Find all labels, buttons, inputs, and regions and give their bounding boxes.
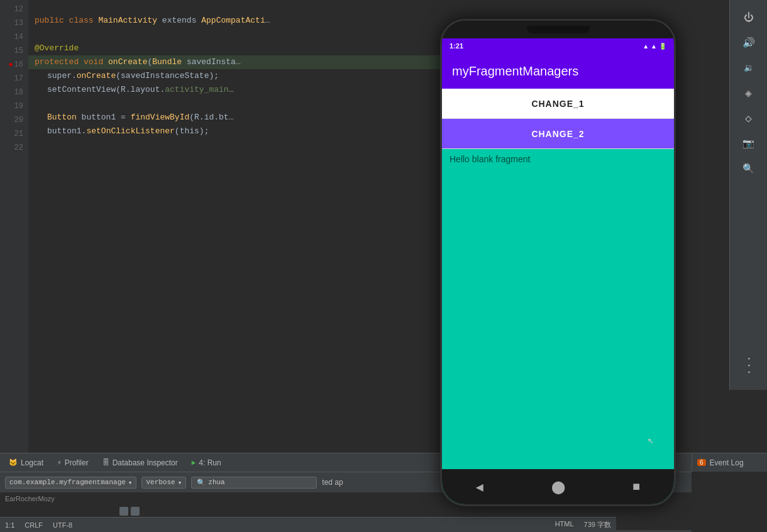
diamond-icon: ◇ [745, 111, 752, 125]
tab-run-label: 4: Run [199, 458, 221, 467]
line-num-14: 14 [0, 30, 23, 44]
file-type: HTML [555, 520, 574, 529]
line-num-13: 13 [0, 16, 23, 30]
run-icon: ▶ [192, 458, 196, 467]
phone-back-button[interactable]: ◀ [471, 474, 488, 500]
chevron-down-icon: ▾ [128, 479, 133, 487]
camera-button[interactable]: 📷 [736, 132, 761, 155]
change1-label: CHANGE_1 [531, 99, 584, 109]
phone-status-bar: 1:21 ▲ ▲ 🔋 [442, 38, 674, 53]
phone-recent-button[interactable]: ■ [627, 475, 645, 499]
wifi-icon: ▲ [643, 43, 649, 50]
log-level-chevron-icon: ▾ [178, 479, 182, 487]
line-num-12: 12 [0, 3, 23, 16]
tab-run[interactable]: ▶ 4: Run [185, 455, 228, 471]
battery-icon: 🔋 [659, 43, 666, 50]
volume-down-button[interactable]: 🔉 [736, 57, 761, 79]
volume-down-icon: 🔉 [744, 63, 754, 73]
code-line-13: public class MainActivity extends AppCom… [28, 14, 456, 28]
phone-content-area: Hello blank fragment [442, 149, 674, 506]
event-log-label: Event Log [710, 458, 744, 467]
scroll-down-btn[interactable] [119, 507, 128, 516]
log-level-label: Verbose [146, 479, 175, 486]
ide-status-bar: 1:1 CRLF UTF-8 HTML 739 字数 [0, 517, 616, 532]
logcat-controls [119, 507, 140, 516]
code-area[interactable]: public class MainActivity extends AppCom… [28, 0, 456, 453]
line-num-22: 22 [0, 141, 23, 155]
shape-button[interactable]: ◇ [736, 107, 761, 130]
phone-change1-button[interactable]: CHANGE_1 [442, 89, 674, 119]
line-num-19: 19 [0, 99, 23, 113]
encoding: UTF-8 [53, 521, 72, 529]
rotate-icon: ◈ [745, 86, 752, 100]
code-line-17: super.onCreate(savedInstanceState); [28, 69, 456, 83]
package-dropdown[interactable]: com.example.myfragmentmanage ▾ [5, 477, 136, 489]
ellipsis-icon: ··· [742, 355, 755, 375]
power-button[interactable]: ⏻ [736, 6, 761, 29]
line-num-15: 15 [0, 44, 23, 58]
tab-profiler-label: Profiler [65, 458, 89, 467]
emulator-controls-panel: ⏻ 🔊 🔉 ◈ ◇ 📷 🔍 ··· [729, 0, 767, 390]
home-icon: ⬤ [551, 480, 565, 495]
scroll-icon[interactable] [131, 507, 140, 516]
phone-notch-bar [527, 26, 590, 33]
tab-logcat-label: Logcat [21, 458, 43, 467]
log-level-dropdown[interactable]: Verbose ▾ [141, 477, 186, 489]
back-icon: ◀ [476, 480, 483, 495]
code-line-19 [28, 97, 456, 111]
zoom-icon: 🔍 [742, 163, 754, 175]
phone-home-button[interactable]: ⬤ [546, 474, 570, 500]
phone-change2-button[interactable]: CHANGE_2 [442, 119, 674, 149]
line-num-18: 18 [0, 86, 23, 99]
volume-up-button[interactable]: 🔊 [736, 31, 761, 54]
logcat-process-text: EarRocherMozy [5, 495, 55, 502]
camera-icon: 📷 [742, 138, 754, 150]
volume-up-icon: 🔊 [742, 36, 755, 49]
phone-nav-bar: ◀ ⬤ ■ [442, 469, 674, 504]
power-icon: ⏻ [744, 12, 754, 24]
profiler-icon: ⚡ [57, 458, 62, 467]
phone-fragment-text: Hello blank fragment [450, 154, 530, 164]
code-line-20: Button button1 = findViewById(R.id.bt… [28, 111, 456, 125]
phone-app-title: myFragmentManagers [452, 64, 578, 79]
event-log-tab[interactable]: 6 Event Log [692, 453, 767, 472]
phone-time: 1:21 [450, 42, 463, 50]
logcat-icon: 🐱 [9, 458, 18, 467]
code-line-22 [28, 138, 456, 152]
tab-db-label: Database Inspector [113, 458, 178, 467]
db-icon: 🗄 [102, 458, 109, 467]
char-count: 739 字数 [584, 520, 611, 529]
logcat-search-box[interactable]: 🔍 zhua [191, 477, 317, 489]
signal-icon: ▲ [651, 43, 657, 50]
line-ending: CRLF [25, 521, 43, 529]
code-line-15: @Override [28, 42, 456, 55]
tab-profiler[interactable]: ⚡ Profiler [51, 455, 95, 471]
code-line-16: protected void onCreate(Bundle savedInst… [28, 55, 456, 69]
line-num-16: ●16 → [0, 58, 23, 72]
line-numbers: 12 13 14 15 ●16 → 17 18 19 20 21 22 [0, 0, 28, 453]
tab-logcat[interactable]: 🐱 Logcat [3, 455, 50, 471]
more-options-button[interactable]: ··· [742, 355, 755, 384]
phone-screen: 1:21 ▲ ▲ 🔋 myFragmentManagers CHANGE_1 C… [442, 38, 674, 506]
phone-notch [442, 21, 674, 38]
status-right: HTML 739 字数 [555, 520, 611, 529]
cursor-position: 1:1 [5, 521, 14, 529]
code-line-14 [28, 28, 456, 42]
zoom-button[interactable]: 🔍 [736, 157, 761, 180]
breakpoint-icon: ● [8, 60, 13, 69]
phone-status-icons: ▲ ▲ 🔋 [643, 43, 666, 50]
phone-app-header: myFragmentManagers [442, 53, 674, 89]
tab-database-inspector[interactable]: 🗄 Database Inspector [96, 455, 184, 471]
search-icon: 🔍 [197, 479, 206, 487]
search-value: zhua [208, 479, 224, 486]
recent-icon: ■ [632, 480, 640, 494]
connected-app-text: ted ap [322, 478, 343, 487]
line-num-17: 17 [0, 72, 23, 86]
code-line-18: setContentView(R.layout.activity_main… [28, 83, 456, 97]
line-num-21: 21 [0, 127, 23, 141]
logcat-output: EarRocherMozy [5, 495, 55, 502]
line-num-20: 20 [0, 113, 23, 127]
rotate-button[interactable]: ◈ [736, 82, 761, 104]
code-line-21: button1.setOnClickListener(this); [28, 125, 456, 138]
event-badge: 6 [697, 459, 706, 466]
